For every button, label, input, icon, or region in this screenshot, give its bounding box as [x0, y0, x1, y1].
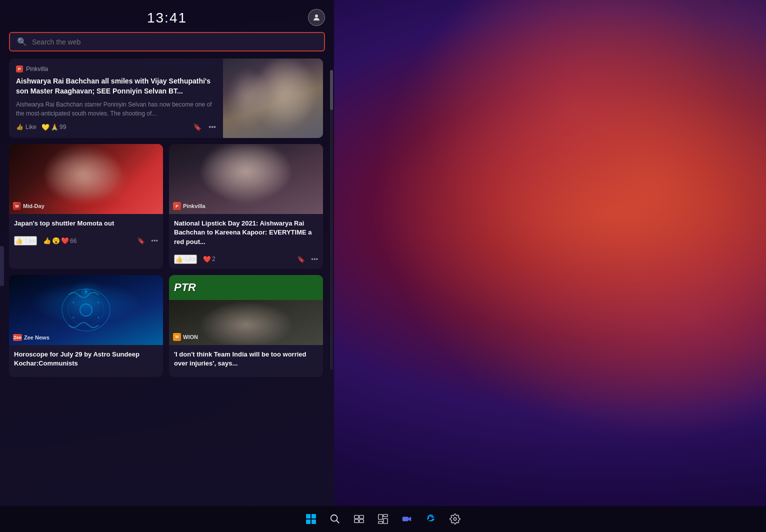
svg-rect-22 — [384, 518, 388, 524]
featured-card-actions: 👍 Like 💛 🙏 99 🔖 ••• — [16, 123, 216, 131]
featured-bookmark-icon[interactable]: 🔖 — [193, 123, 202, 131]
wion-source-name: WION — [183, 334, 198, 340]
svg-point-2 — [68, 295, 104, 325]
svg-point-7 — [98, 302, 100, 304]
featured-card-title: Aishwarya Rai Bachchan all smiles with V… — [16, 76, 216, 96]
news-feed[interactable]: P Pinkvilla Aishwarya Rai Bachchan all s… — [9, 58, 325, 532]
start-button[interactable] — [301, 509, 321, 529]
lipstick-like-label: Like — [185, 256, 196, 262]
widget-panel: 13:41 🔍 P — [0, 0, 334, 532]
news-card-badminton: M Mid-Day Japan's top shuttler Momota ou… — [9, 144, 163, 269]
svg-point-6 — [72, 302, 74, 304]
featured-like-button[interactable]: 👍 Like — [16, 124, 36, 130]
lipstick-actions: 👍 Like ❤️ 2 🔖 ••• — [174, 254, 318, 264]
svg-rect-24 — [402, 516, 408, 521]
react3: ❤️ — [61, 237, 69, 244]
taskbar-settings-button[interactable] — [445, 509, 465, 529]
wion-image: PTR W WION — [169, 275, 323, 345]
featured-reactions: 💛 🙏 99 — [42, 124, 66, 131]
svg-point-4 — [82, 289, 90, 294]
lipstick-reactions: ❤️ 2 — [203, 256, 216, 263]
horoscope-source-name: Zee News — [24, 334, 50, 340]
featured-source-badge: P Pinkvilla — [16, 66, 216, 72]
svg-point-14 — [331, 515, 338, 522]
desktop: 13:41 🔍 P — [0, 0, 766, 532]
lipstick-more[interactable]: ••• — [311, 256, 318, 263]
svg-rect-20 — [378, 514, 382, 520]
clock-bar: 13:41 — [9, 6, 325, 32]
search-input[interactable] — [32, 38, 317, 46]
left-edge-button[interactable] — [0, 246, 4, 286]
svg-rect-17 — [360, 516, 364, 518]
svg-rect-23 — [378, 522, 382, 524]
wion-title: 'I don't think Team India will be too wo… — [174, 350, 318, 368]
scrollbar-track — [330, 70, 333, 370]
zee-logo: Zee — [13, 334, 22, 341]
featured-card-desc: Aishwarya Rai Bachchan starrer Ponniyin … — [16, 100, 216, 118]
heart-emoji: 💛 — [42, 124, 50, 131]
badminton-more[interactable]: ••• — [151, 237, 158, 244]
like-thumb-icon: 👍 — [15, 237, 23, 244]
lipstick-bookmark[interactable]: 🔖 — [297, 256, 305, 263]
lipstick-source-name: Pinkvilla — [183, 203, 206, 209]
taskbar-meet-button[interactable] — [397, 509, 417, 529]
midday-logo: M — [13, 202, 21, 210]
svg-point-1 — [62, 289, 110, 331]
heart-react: ❤️ — [203, 256, 211, 263]
profile-button[interactable] — [308, 9, 325, 26]
svg-point-5 — [84, 290, 88, 293]
lipstick-source-badge: P Pinkvilla — [173, 202, 206, 210]
svg-rect-16 — [354, 516, 358, 518]
badminton-like-btn[interactable]: 👍 Like — [14, 236, 37, 246]
svg-rect-11 — [312, 514, 316, 518]
taskbar — [0, 506, 766, 532]
featured-news-card: P Pinkvilla Aishwarya Rai Bachchan all s… — [9, 58, 323, 138]
thumb-icon: 👍 — [16, 124, 24, 130]
badminton-title: Japan's top shuttler Momota out — [14, 219, 158, 228]
hands-emoji: 🙏 — [50, 124, 58, 131]
news-card-wion: PTR W WION 'I don — [169, 275, 323, 377]
taskbar-taskview-button[interactable] — [349, 509, 369, 529]
featured-more-icon[interactable]: ••• — [208, 123, 216, 131]
search-icon: 🔍 — [17, 37, 27, 46]
like-thumb-icon-2: 👍 — [175, 256, 183, 263]
horoscope-card-body: Horoscope for July 29 by Astro Sundeep K… — [9, 345, 163, 377]
wion-logo: W — [173, 333, 181, 341]
react1: 👍 — [43, 237, 51, 244]
badminton-reactions: 👍 😮 ❤️ 66 — [43, 237, 76, 244]
featured-card-image — [223, 58, 323, 138]
wion-source-badge: W WION — [173, 333, 198, 341]
badminton-actions: 👍 Like 👍 😮 ❤️ 66 🔖 — [14, 236, 158, 246]
lipstick-like-btn[interactable]: 👍 Like — [174, 254, 197, 264]
lipstick-title: National Lipstick Day 2021: Aishwarya Ra… — [174, 219, 318, 246]
featured-card-body: P Pinkvilla Aishwarya Rai Bachchan all s… — [9, 58, 223, 138]
badminton-bookmark[interactable]: 🔖 — [137, 237, 145, 244]
badminton-source-badge: M Mid-Day — [13, 202, 44, 210]
svg-point-3 — [80, 304, 92, 316]
taskbar-search-button[interactable] — [325, 509, 345, 529]
banner-text: PTR — [174, 281, 196, 294]
svg-rect-10 — [306, 514, 310, 518]
featured-reaction-count: 99 — [60, 124, 66, 130]
svg-rect-13 — [312, 520, 316, 524]
taskbar-edge-button[interactable] — [421, 509, 441, 529]
clock-time: 13:41 — [147, 10, 187, 26]
badminton-card-body: Japan's top shuttler Momota out 👍 Like 👍… — [9, 214, 163, 269]
wion-card-body: 'I don't think Team India will be too wo… — [169, 345, 323, 377]
svg-point-25 — [454, 518, 456, 520]
small-cards-row-2: Zee Zee News Horoscope for July 29 by As… — [9, 275, 323, 377]
horoscope-image: Zee Zee News — [9, 275, 163, 345]
badminton-source-name: Mid-Day — [23, 203, 44, 209]
scrollbar-thumb[interactable] — [330, 70, 333, 110]
pinkvilla-logo: P — [16, 66, 23, 72]
badminton-image: M Mid-Day — [9, 144, 163, 214]
horoscope-title: Horoscope for July 29 by Astro Sundeep K… — [14, 350, 158, 368]
badminton-like-label: Like — [25, 238, 36, 244]
search-bar[interactable]: 🔍 — [9, 32, 325, 52]
svg-rect-12 — [306, 520, 310, 524]
taskbar-widgets-button[interactable] — [373, 509, 393, 529]
svg-point-8 — [72, 316, 74, 318]
svg-point-0 — [315, 14, 318, 18]
react2: 😮 — [52, 237, 60, 244]
svg-rect-18 — [354, 520, 358, 522]
